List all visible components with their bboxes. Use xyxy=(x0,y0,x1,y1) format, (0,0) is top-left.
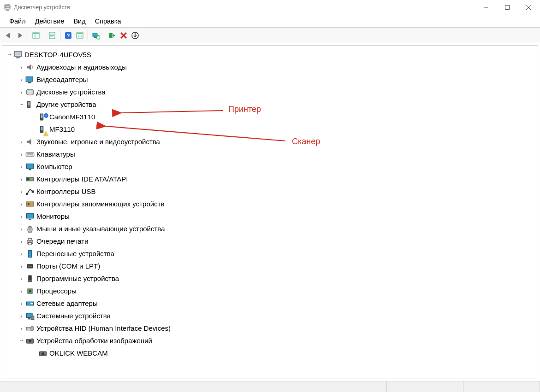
tree-category-keyboards[interactable]: Клавиатуры xyxy=(4,148,538,160)
maximize-button[interactable] xyxy=(497,0,518,14)
expand-icon[interactable] xyxy=(17,150,25,158)
expand-icon[interactable] xyxy=(17,138,25,146)
tree-category-printqueues[interactable]: Очереди печати xyxy=(4,235,538,247)
enable-device-button[interactable] xyxy=(107,30,118,41)
expand-icon[interactable] xyxy=(17,100,25,109)
svg-rect-31 xyxy=(26,76,33,81)
expand-icon[interactable] xyxy=(17,299,25,308)
tree-node-label: Видеоадаптеры xyxy=(36,76,88,83)
menu-help[interactable]: Справка xyxy=(90,16,126,26)
monitor-icon xyxy=(25,162,35,171)
tree-category-ports[interactable]: Порты (COM и LPT) xyxy=(4,260,538,272)
svg-rect-60 xyxy=(28,238,32,240)
svg-point-64 xyxy=(28,265,30,267)
svg-rect-74 xyxy=(31,316,34,320)
expand-icon[interactable] xyxy=(17,337,25,345)
minimize-button[interactable] xyxy=(475,0,497,14)
expand-icon[interactable] xyxy=(17,88,25,96)
tree-category-disk[interactable]: Дисковые устройства xyxy=(4,86,538,98)
network-adapter-icon xyxy=(25,299,35,308)
tree-category-software[interactable]: Программные устройства xyxy=(4,272,538,285)
svg-point-65 xyxy=(30,265,32,267)
expand-icon[interactable] xyxy=(17,187,25,196)
tree-device-canonmf3110[interactable]: ? CanonMF3110 xyxy=(4,111,538,123)
expand-icon[interactable] xyxy=(17,175,25,183)
expand-icon[interactable] xyxy=(17,250,25,258)
tree-category-hid[interactable]: Устройства HID (Human Interface Devices) xyxy=(4,322,538,334)
expand-icon[interactable] xyxy=(5,51,13,59)
window-title: Диспетчер устройств xyxy=(14,4,70,11)
tree-category-display[interactable]: Видеоадаптеры xyxy=(4,73,538,86)
menu-view[interactable]: Вид xyxy=(69,16,90,26)
expand-icon[interactable] xyxy=(17,287,25,295)
menu-action[interactable]: Действие xyxy=(30,16,69,26)
tree-root-node[interactable]: DESKTOP-4UFOV5S xyxy=(4,48,538,61)
svg-rect-63 xyxy=(27,264,33,268)
forward-button[interactable] xyxy=(14,30,25,41)
update-driver-button[interactable] xyxy=(130,30,141,41)
expand-icon[interactable] xyxy=(17,63,25,71)
tree-category-ide[interactable]: Контроллеры IDE ATA/ATAPI xyxy=(4,173,538,185)
tree-category-monitors[interactable]: Мониторы xyxy=(4,210,538,222)
back-button[interactable] xyxy=(3,30,14,41)
menu-file[interactable]: Файл xyxy=(5,16,30,26)
svg-rect-35 xyxy=(28,102,30,105)
expand-icon[interactable] xyxy=(17,163,25,171)
tree-category-sound[interactable]: Звуковые, игровые и видеоустройства xyxy=(4,135,538,148)
tree-node-label: DESKTOP-4UFOV5S xyxy=(24,51,91,59)
properties-button[interactable] xyxy=(47,30,58,41)
tree-category-audio[interactable]: Аудиовходы и аудиовыходы xyxy=(4,61,538,73)
svg-rect-67 xyxy=(29,280,31,281)
tree-category-portable[interactable]: Переносные устройства xyxy=(4,247,538,260)
tree-node-label: Процессоры xyxy=(36,287,77,295)
expand-icon[interactable] xyxy=(17,312,25,320)
cpu-icon xyxy=(25,287,35,296)
tree-category-computer[interactable]: Компьютер xyxy=(4,160,538,173)
tree-category-network[interactable]: Сетевые адаптеры xyxy=(4,297,538,310)
scan-hardware-button[interactable] xyxy=(90,30,101,41)
expand-icon[interactable] xyxy=(17,237,25,246)
tree-category-system[interactable]: Системные устройства xyxy=(4,310,538,322)
port-icon xyxy=(25,262,35,271)
expand-icon[interactable] xyxy=(17,275,25,283)
svg-point-36 xyxy=(28,106,30,107)
svg-point-78 xyxy=(29,339,31,342)
close-button[interactable] xyxy=(518,0,539,14)
svg-rect-17 xyxy=(77,33,83,34)
tree-node-label: CanonMF3110 xyxy=(49,113,95,121)
tree-category-other[interactable]: Другие устройства xyxy=(4,98,538,111)
expand-icon[interactable] xyxy=(17,225,25,233)
tree-device-mf3110[interactable]: ! MF3110 xyxy=(4,123,538,135)
svg-line-23 xyxy=(100,39,100,39)
expand-icon[interactable] xyxy=(17,200,25,208)
uninstall-device-button[interactable] xyxy=(118,30,129,41)
software-device-icon xyxy=(25,274,35,283)
statusbar xyxy=(0,381,540,392)
tree-node-label: Аудиовходы и аудиовыходы xyxy=(36,63,127,71)
tree-category-usb[interactable]: Контроллеры USB xyxy=(4,185,538,198)
expand-icon[interactable] xyxy=(17,212,25,221)
tree-category-storage[interactable]: Контроллеры запоминающих устройств xyxy=(4,198,538,210)
action-console-button[interactable] xyxy=(74,30,85,41)
tree-category-imaging[interactable]: Устройства обработки изображений xyxy=(4,334,538,347)
tree-device-oklick-webcam[interactable]: OKLICK WEBCAM xyxy=(4,347,538,359)
help-button[interactable]: ? xyxy=(63,30,74,41)
show-hide-tree-button[interactable] xyxy=(30,30,42,41)
sound-icon xyxy=(25,137,35,146)
annotation-scanner-label: Сканер xyxy=(292,137,320,146)
tree-category-mice[interactable]: Мыши и иные указывающие устройства xyxy=(4,222,538,235)
statusbar-pane-main xyxy=(0,381,387,392)
device-tree[interactable]: DESKTOP-4UFOV5S Аудиовходы и аудиовыходы… xyxy=(2,45,538,379)
tree-node-label: Очереди печати xyxy=(36,237,89,245)
svg-point-81 xyxy=(42,352,44,355)
expand-icon[interactable] xyxy=(17,324,25,333)
computer-icon xyxy=(13,50,23,59)
svg-text:?: ? xyxy=(45,114,47,118)
statusbar-pane-2 xyxy=(387,381,463,392)
expand-icon[interactable] xyxy=(17,76,25,84)
tree-node-label: Системные устройства xyxy=(36,312,111,320)
svg-point-19 xyxy=(81,36,82,37)
expand-icon[interactable] xyxy=(17,262,25,270)
tree-node-label: Порты (COM и LPT) xyxy=(36,262,100,270)
tree-category-processors[interactable]: Процессоры xyxy=(4,285,538,297)
